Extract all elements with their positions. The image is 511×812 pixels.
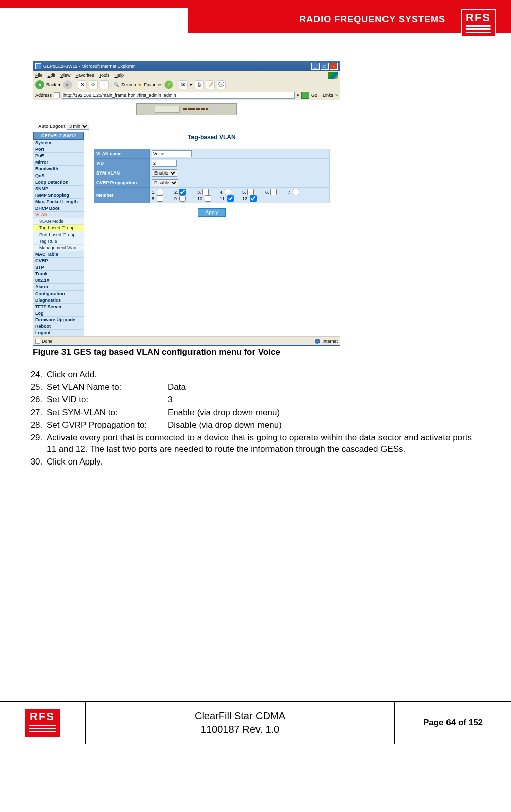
member-checkbox-2[interactable] xyxy=(179,189,186,195)
footer-logo-text: RFS xyxy=(25,709,60,723)
links-expand-icon[interactable]: » xyxy=(335,93,338,98)
auto-logout: Auto Logout 3 min xyxy=(38,123,89,130)
sidebar-item-snmp[interactable]: SNMP xyxy=(33,186,84,192)
sidebar-item-max-packet-length[interactable]: Max. Packet Length xyxy=(33,199,84,205)
member-checkbox-3[interactable] xyxy=(202,189,209,195)
sidebar-item-mirror[interactable]: Mirror xyxy=(33,159,84,166)
sidebar-sub-port-based-group[interactable]: Port-based Group xyxy=(33,231,84,238)
sidebar-sub-tag-based-group[interactable]: Tag-based Group xyxy=(33,225,84,231)
go-label[interactable]: Go xyxy=(311,93,317,98)
member-checkbox-6[interactable] xyxy=(270,189,277,195)
members-container: 1.2.3.4.5.6.7.8.9.10.11.12. xyxy=(152,189,327,202)
sidebar-item-diagnostics[interactable]: Diagnostics xyxy=(33,297,84,304)
member-checkbox-8[interactable] xyxy=(157,195,163,202)
menu-tools[interactable]: Tools xyxy=(99,73,109,78)
member-checkbox-12[interactable] xyxy=(250,195,257,202)
sidebar-item-trunk[interactable]: Trunk xyxy=(33,271,84,277)
sidebar-item-configuration[interactable]: Configuration xyxy=(33,291,84,297)
sidebar-item-firmware-upgrade[interactable]: Firmware Upgrade xyxy=(33,317,84,323)
member-label: Member xyxy=(94,188,150,203)
search-label[interactable]: Search xyxy=(121,82,136,87)
sym-vlan-label: SYM-VLAN xyxy=(94,168,150,178)
go-button[interactable]: → xyxy=(301,92,309,99)
mail-dropdown-icon[interactable]: ▾ xyxy=(190,82,193,87)
menu-favorites[interactable]: Favorites xyxy=(75,73,94,78)
menu-help[interactable]: Help xyxy=(114,73,124,78)
sidebar-item-logout[interactable]: Logout xyxy=(33,330,84,336)
sidebar-item-mac-table[interactable]: MAC Table xyxy=(33,251,84,258)
address-input[interactable] xyxy=(62,92,295,99)
links-label[interactable]: Links xyxy=(323,93,333,98)
sidebar-item-poe[interactable]: PoE xyxy=(33,153,84,159)
back-label[interactable]: Back xyxy=(46,82,56,87)
close-button[interactable]: × xyxy=(330,63,338,70)
vlan-name-input[interactable] xyxy=(152,150,192,157)
member-checkbox-7[interactable] xyxy=(293,189,299,195)
vid-input[interactable] xyxy=(152,160,177,167)
forward-button[interactable]: ► xyxy=(63,80,72,89)
member-8: 8. xyxy=(152,195,174,202)
gvrp-select[interactable]: Disable xyxy=(152,179,178,186)
minimize-button[interactable]: _ xyxy=(311,63,320,70)
sidebar-item-log[interactable]: Log xyxy=(33,310,84,317)
menu-view[interactable]: View xyxy=(60,73,70,78)
stop-button[interactable]: ✕ xyxy=(78,80,87,89)
member-checkbox-10[interactable] xyxy=(205,195,211,202)
sidebar-item-system[interactable]: System xyxy=(33,140,84,146)
device-image xyxy=(136,103,237,115)
sidebar-item-8021x[interactable]: 802.1X xyxy=(33,277,84,284)
back-button[interactable]: ◄ xyxy=(35,80,44,89)
member-checkbox-9[interactable] xyxy=(179,195,186,202)
vlan-form-table: VLAN name VID SYM-VLAN Enable GVRP P xyxy=(94,149,330,203)
menu-file[interactable]: File xyxy=(35,73,43,78)
back-dropdown-icon[interactable]: ▾ xyxy=(58,82,61,87)
sidebar-sub-management-vlan[interactable]: Management Vlan xyxy=(33,245,84,251)
sidebar-item-tftp-server[interactable]: TFTP Server xyxy=(33,304,84,310)
step-label: Set VLAN Name to: xyxy=(47,382,168,393)
member-4: 4. xyxy=(220,189,242,195)
sidebar-item-port[interactable]: Port xyxy=(33,146,84,153)
sym-vlan-select[interactable]: Enable xyxy=(152,169,177,177)
address-dropdown-icon[interactable]: ▾ xyxy=(297,93,299,98)
statusbar: Done Internet xyxy=(33,336,340,345)
member-checkbox-1[interactable] xyxy=(157,189,163,195)
print-button[interactable]: ⎙ xyxy=(195,80,204,89)
instruction-step-29: Activate every port that is connected to… xyxy=(45,432,481,455)
auto-logout-select[interactable]: 3 min xyxy=(67,123,89,130)
apply-button[interactable]: Apply xyxy=(198,208,225,217)
member-label-1: 1. xyxy=(152,190,156,195)
member-1: 1. xyxy=(152,189,174,195)
member-label-10: 10. xyxy=(197,196,204,201)
sidebar-item-loop-detection[interactable]: Loop Detection xyxy=(33,179,84,186)
sidebar: GEPoEL2-SW12 System Port PoE Mirror Band… xyxy=(33,132,84,336)
history-button[interactable]: ✓ xyxy=(164,80,173,89)
member-checkbox-4[interactable] xyxy=(225,189,231,195)
sidebar-item-vlan[interactable]: VLAN xyxy=(33,212,84,218)
search-icon[interactable]: 🔍 xyxy=(114,82,119,87)
favorites-label[interactable]: Favorites xyxy=(144,82,162,87)
sidebar-sub-vlan-mode[interactable]: VLAN Mode xyxy=(33,218,84,225)
address-label: Address xyxy=(35,93,52,98)
discuss-button[interactable]: 💬 xyxy=(217,80,226,89)
member-9: 9. xyxy=(174,195,197,202)
edit-button[interactable]: 📝 xyxy=(206,80,215,89)
favorites-icon[interactable]: ★ xyxy=(138,82,142,87)
sidebar-sub-tag-rule[interactable]: Tag Rule xyxy=(33,238,84,245)
step-value: Disable (via drop down menu) xyxy=(168,420,282,431)
member-checkbox-11[interactable] xyxy=(227,195,234,202)
gvrp-label: GVRP Propagation xyxy=(94,178,150,188)
home-button[interactable]: ⌂ xyxy=(100,80,109,89)
sidebar-item-bandwidth[interactable]: Bandwidth xyxy=(33,166,84,172)
sidebar-item-igmp-snooping[interactable]: IGMP Snooping xyxy=(33,192,84,199)
sidebar-item-qos[interactable]: QoS xyxy=(33,172,84,179)
sidebar-item-stp[interactable]: STP xyxy=(33,264,84,271)
maximize-button[interactable]: □ xyxy=(321,63,329,70)
member-checkbox-5[interactable] xyxy=(247,189,254,195)
sidebar-item-alarm[interactable]: Alarm xyxy=(33,284,84,291)
menu-edit[interactable]: Edit xyxy=(48,73,56,78)
refresh-button[interactable]: ⟳ xyxy=(89,80,98,89)
sidebar-item-dhcp-boot[interactable]: DHCP Boot xyxy=(33,205,84,212)
sidebar-item-gvrp[interactable]: GVRP xyxy=(33,258,84,264)
sidebar-item-reboot[interactable]: Reboot xyxy=(33,323,84,330)
mail-button[interactable]: ✉ xyxy=(179,80,188,89)
